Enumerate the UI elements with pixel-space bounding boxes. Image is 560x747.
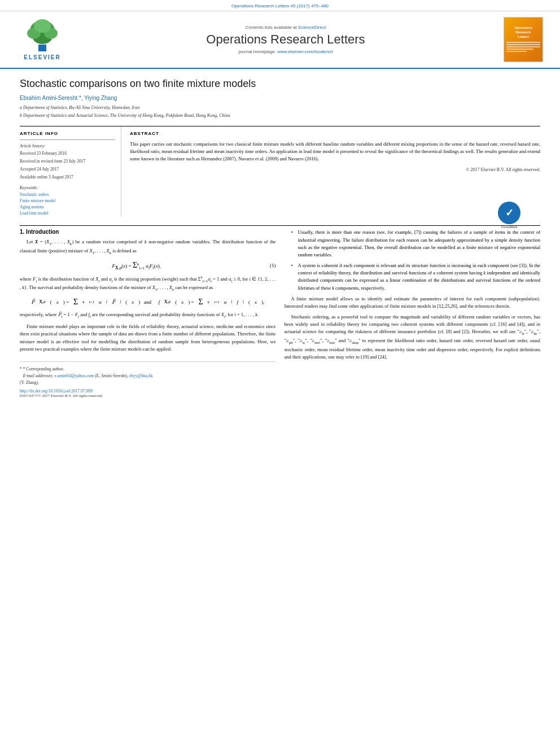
sciencedirect-link[interactable]: ScienceDirect [298,25,326,30]
affiliation-a: a Department of Statistics, Bu-Ali Sina … [20,104,540,111]
keywords-section: Keywords: Stochastic orders Finite mixtu… [20,185,115,216]
col-left: 1. Introduction Let X = (X1, . . . , Xk)… [20,229,276,398]
journal-title-block: Contents lists available at ScienceDirec… [73,25,498,54]
equation-1: FX,α(x) = Σki=1 αiFi(x), (1) [20,261,276,270]
revised-date: Received in revised form 23 July 2017 [20,158,115,165]
abstract-heading: ABSTRACT [130,131,540,136]
page: Operations Research Letters 45 (2017) 47… [0,0,560,747]
article-authors: Ebrahim Amini-Seresht *, Yiying Zhang [20,95,540,101]
article-title: Stochastic comparisons on two finite mix… [20,77,540,90]
cover-title: OperationsResearchLetters [514,26,532,39]
doi-link[interactable]: http://dx.doi.org/10.1016/j.orl.2017.07.… [20,388,93,394]
email-2-name: (Y. Zhang). [20,380,276,385]
abstract-text: This paper carries out stochastic compar… [130,141,540,162]
email-1[interactable]: e.amini64@yahoo.com [55,373,94,378]
bullet-point-2: A system is coherent if each component i… [291,262,541,292]
svg-point-5 [34,19,51,33]
journal-header: ELSEVIER Contents lists available at Sci… [0,11,560,69]
accepted-date: Accepted 24 July 2017 [20,166,115,173]
article-content: Stochastic comparisons on two finite mix… [0,69,560,407]
issn-line: 0167-6377/© 2017 Elsevier B.V. All right… [20,394,276,398]
email-line: E-mail addresses: e.amini64@yahoo.com (E… [20,373,276,378]
svg-rect-0 [38,45,46,51]
footer-area: * * Corresponding author. E-mail address… [20,361,276,398]
journal-homepage: journal homepage: www.elsevier.com/locat… [73,49,498,54]
elsevier-tree-icon [23,19,62,53]
keywords-label: Keywords: [20,185,115,190]
body-columns: 1. Introduction Let X = (X1, . . . , Xk)… [20,225,540,398]
journal-main-title: Operations Research Letters [73,32,498,47]
col-right: Usually, there is more than one reason (… [285,229,541,398]
keyword-4: Lead time model [20,211,115,216]
author-affiliations: a Department of Statistics, Bu-Ali Sina … [20,104,540,119]
journal-citation: Operations Research Letters 45 (2017) 47… [231,3,329,8]
equation-2: F̄X,α(x) = Σki=1 αiF̄i(x) and fX,α(x) = … [20,298,276,307]
para-finite-mixture: A finite mixture model allows us to iden… [285,295,541,310]
article-title-row: Stochastic comparisons on two finite mix… [20,77,540,119]
intro-para-2: where Fi is the distribution function of… [20,275,276,293]
crossmark-badge: ✓ CrossMark [498,202,520,229]
doi-line: http://dx.doi.org/10.1016/j.orl.2017.07.… [20,388,276,394]
info-abstract-row: ARTICLE INFO Article history: Received 2… [20,126,540,217]
elsevier-wordmark: ELSEVIER [24,54,60,60]
para-stochastic: Stochastic ordering, as a powerful tool … [285,313,541,361]
email-2[interactable]: zhyy@hku.hk [129,373,153,378]
section-1-heading: 1. Introduction [20,229,276,235]
top-bar: Operations Research Letters 45 (2017) 47… [0,0,560,11]
contents-available-line: Contents lists available at ScienceDirec… [73,25,498,30]
history-label: Article history: [20,143,115,148]
corresponding-label: * * Corresponding author. [20,366,276,372]
intro-para-3: respectively, where F̄i = 1 − Fi and fi … [20,311,276,320]
keyword-3: Aging notions [20,204,115,209]
article-info-panel: ARTICLE INFO Article history: Received 2… [20,126,121,217]
affiliation-b: b Department of Statistics and Actuarial… [20,112,540,119]
equation-1-number: (1) [259,263,276,268]
article-info-heading: ARTICLE INFO [20,131,115,136]
journal-cover-thumbnail: OperationsResearchLetters [504,17,543,62]
journal-homepage-url[interactable]: www.elsevier.com/locate/orl [277,49,333,54]
equation-1-content: FX,α(x) = Σki=1 αiFi(x), [20,261,253,270]
elsevier-logo: ELSEVIER [17,19,68,60]
intro-para-4: Finite mixture model plays an important … [20,323,276,353]
info-divider [20,139,115,140]
copyright-notice: © 2017 Elsevier B.V. All rights reserved… [130,167,540,172]
available-date: Available online 3 August 2017 [20,174,115,181]
bullet-point-1: Usually, there is more than one reason (… [291,229,541,259]
received-date: Received 23 February 2016 [20,150,115,157]
abstract-section: ABSTRACT This paper carries out stochast… [130,126,540,217]
cover-decoration [506,42,540,53]
intro-para-1: Let X = (X1, . . . , Xk) be a random vec… [20,238,276,256]
crossmark-icon: ✓ [498,202,520,224]
keyword-2: Finite mixture model [20,198,115,203]
keyword-1: Stochastic orders [20,192,115,197]
